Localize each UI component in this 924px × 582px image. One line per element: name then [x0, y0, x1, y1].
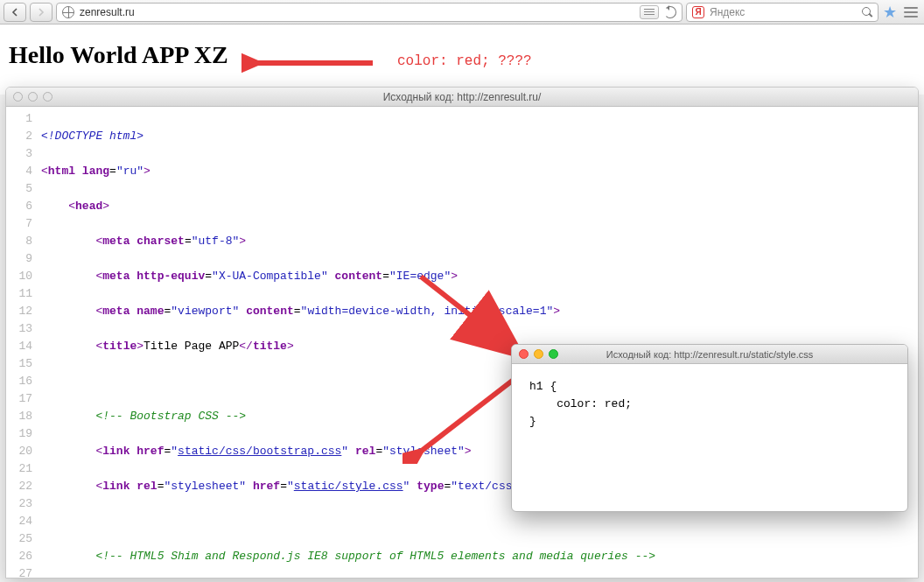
line-number: 7	[6, 215, 32, 233]
globe-icon	[62, 6, 74, 18]
line-number: 10	[6, 268, 32, 285]
line-number: 19	[6, 425, 32, 443]
window-controls[interactable]	[6, 92, 52, 102]
css-source-body: h1 { color: red; }	[512, 364, 907, 445]
line-number: 22	[6, 478, 32, 495]
code-line: <!DOCTYPE html>	[41, 130, 144, 143]
address-text: zenresult.ru	[80, 6, 634, 18]
window-controls[interactable]	[512, 349, 558, 359]
line-number: 9	[6, 250, 32, 268]
view-source-title: Исходный код: http://zenresult.ru/	[6, 91, 918, 103]
line-number: 14	[6, 338, 32, 355]
line-number: 24	[6, 513, 32, 530]
css-source-window: Исходный код: http://zenresult.ru/static…	[511, 344, 908, 512]
line-number: 21	[6, 460, 32, 478]
back-button[interactable]	[4, 3, 26, 22]
search-bar[interactable]: Я Яндекс	[686, 3, 878, 22]
line-number: 5	[6, 180, 32, 198]
line-number: 6	[6, 198, 32, 215]
line-number: 18	[6, 408, 32, 425]
line-number: 27	[6, 565, 32, 578]
line-number: 25	[6, 530, 32, 548]
line-number: 26	[6, 548, 32, 565]
line-number: 2	[6, 128, 32, 145]
close-icon[interactable]	[13, 92, 23, 102]
address-bar[interactable]: zenresult.ru	[56, 3, 682, 22]
bookmark-star-icon[interactable]: ★	[882, 4, 898, 20]
css-source-title: Исходный код: http://zenresult.ru/static…	[512, 349, 907, 360]
line-number: 13	[6, 320, 32, 338]
line-number: 23	[6, 495, 32, 513]
browser-toolbar: zenresult.ru Я Яндекс ★	[0, 0, 924, 25]
line-number: 4	[6, 163, 32, 180]
line-number: 11	[6, 285, 32, 303]
menu-icon[interactable]	[901, 4, 920, 20]
css-source-titlebar[interactable]: Исходный код: http://zenresult.ru/static…	[512, 345, 907, 364]
yandex-icon: Я	[692, 6, 704, 18]
line-number: 17	[6, 390, 32, 408]
line-number: 12	[6, 303, 32, 320]
minimize-icon[interactable]	[28, 92, 38, 102]
line-number: 8	[6, 233, 32, 250]
zoom-icon[interactable]	[549, 349, 558, 359]
line-number: 1	[6, 110, 32, 128]
reload-icon[interactable]	[664, 6, 676, 18]
line-number: 3	[6, 145, 32, 163]
view-source-titlebar[interactable]: Исходный код: http://zenresult.ru/	[6, 88, 918, 107]
line-number: 20	[6, 443, 32, 460]
minimize-icon[interactable]	[534, 349, 543, 359]
close-icon[interactable]	[519, 349, 528, 359]
zoom-icon[interactable]	[43, 92, 52, 102]
search-icon	[862, 7, 872, 18]
annotation-text: color: red; ????	[397, 54, 532, 68]
line-gutter: 1234567891011121314151617181920212223242…	[6, 107, 41, 578]
line-number: 16	[6, 373, 32, 390]
forward-button[interactable]	[30, 3, 52, 22]
line-number: 15	[6, 355, 32, 373]
search-placeholder: Яндекс	[710, 6, 857, 18]
reader-mode-icon[interactable]	[640, 5, 659, 19]
